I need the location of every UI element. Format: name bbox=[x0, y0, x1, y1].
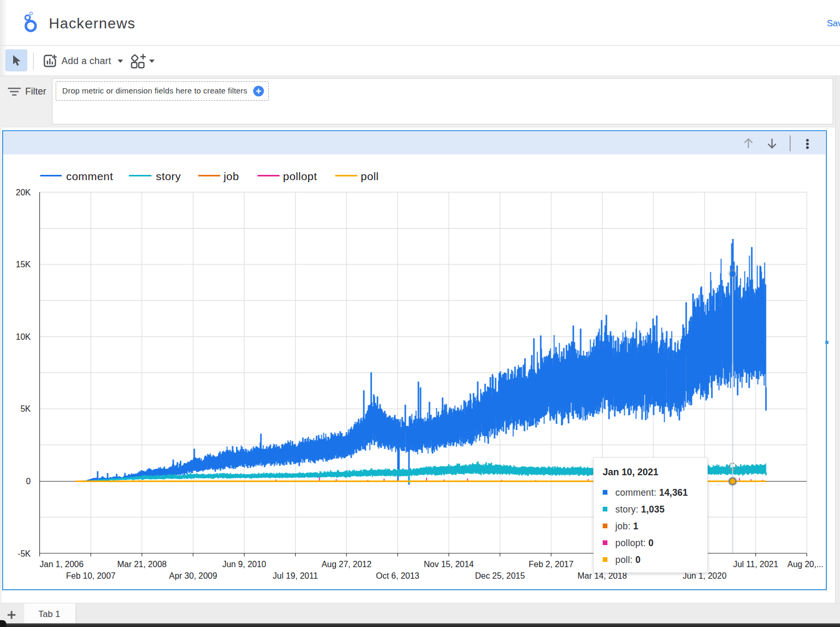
svg-text:Feb 10, 2007: Feb 10, 2007 bbox=[66, 571, 116, 580]
svg-text:job: job bbox=[223, 170, 239, 182]
svg-text:Jul 19, 2011: Jul 19, 2011 bbox=[273, 571, 318, 580]
svg-text:Apr 30, 2009: Apr 30, 2009 bbox=[169, 571, 217, 580]
svg-text:15K: 15K bbox=[16, 260, 31, 269]
svg-text:Aug 27, 2012: Aug 27, 2012 bbox=[321, 560, 371, 569]
svg-text:Feb 2, 2017: Feb 2, 2017 bbox=[529, 560, 574, 569]
svg-text:20K: 20K bbox=[16, 188, 31, 197]
svg-text:0: 0 bbox=[26, 477, 31, 486]
svg-text:Aug 20,...: Aug 20,... bbox=[788, 560, 824, 569]
svg-text:Mar 21, 2008: Mar 21, 2008 bbox=[117, 560, 166, 569]
svg-text:-5K: -5K bbox=[18, 549, 31, 558]
svg-text:Dec 25, 2015: Dec 25, 2015 bbox=[475, 571, 525, 580]
svg-text:pollopt: pollopt bbox=[283, 170, 317, 182]
svg-text:comment: comment bbox=[66, 170, 113, 182]
svg-text:story: story bbox=[156, 170, 181, 182]
svg-text:Jun 9, 2010: Jun 9, 2010 bbox=[222, 560, 266, 569]
svg-text:poll: poll bbox=[361, 170, 379, 182]
svg-text:Jan 1, 2006: Jan 1, 2006 bbox=[40, 560, 84, 569]
svg-text:5K: 5K bbox=[20, 404, 31, 413]
svg-text:Oct 6, 2013: Oct 6, 2013 bbox=[376, 571, 419, 580]
svg-text:10K: 10K bbox=[16, 332, 31, 341]
svg-text:Jul 11, 2021: Jul 11, 2021 bbox=[733, 560, 778, 569]
svg-text:Nov 15, 2014: Nov 15, 2014 bbox=[424, 560, 474, 569]
